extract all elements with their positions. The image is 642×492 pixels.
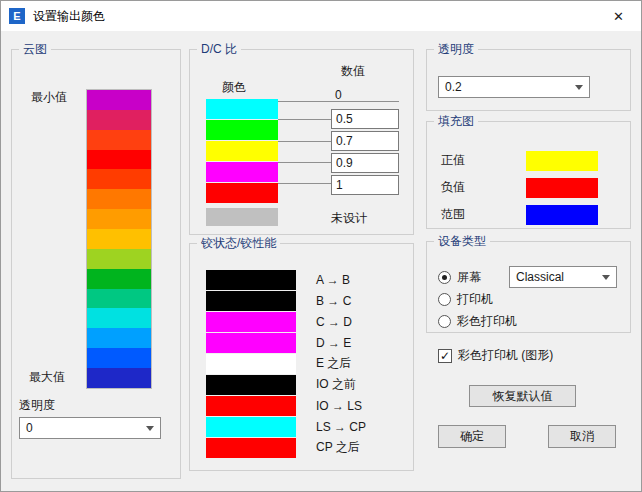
- contour-opacity-select[interactable]: 0: [19, 417, 161, 439]
- fill-row: 正值: [441, 147, 598, 174]
- dc-color-swatch[interactable]: [206, 120, 278, 140]
- dc-value-input[interactable]: 0.7: [331, 131, 399, 151]
- window-title: 设置输出颜色: [33, 8, 105, 25]
- cancel-button[interactable]: 取消: [548, 425, 616, 448]
- contour-color-segment: [87, 189, 151, 209]
- device-option[interactable]: 屏幕: [438, 266, 517, 288]
- connector-line: [278, 183, 331, 184]
- hinge-color-swatch[interactable]: [206, 270, 296, 290]
- contour-min-label: 最小值: [31, 89, 67, 106]
- hinge-row: E 之后: [206, 353, 366, 374]
- dc-color-swatches: [206, 99, 278, 204]
- contour-color-segment: [87, 368, 151, 388]
- checkbox-label: 彩色打印机 (图形): [458, 347, 553, 364]
- hinge-row: A → B: [206, 269, 366, 290]
- fill-color-swatch[interactable]: [526, 151, 598, 171]
- dc-undesigned-swatch[interactable]: [206, 208, 278, 226]
- dc-color-swatch[interactable]: [206, 162, 278, 182]
- hinge-color-swatch[interactable]: [206, 396, 296, 416]
- hinge-range-label: E 之后: [316, 355, 351, 372]
- restore-defaults-button[interactable]: 恢复默认值: [469, 385, 576, 407]
- dc-value-input[interactable]: 0: [331, 86, 399, 107]
- screen-style-select[interactable]: Classical: [509, 266, 617, 288]
- radio-icon: [438, 315, 451, 328]
- hinge-color-swatch[interactable]: [206, 354, 296, 374]
- hinge-rows: A → BB → CC → DD → EE 之后IO 之前IO → LSLS →…: [206, 269, 366, 458]
- dc-undesigned-label: 未设计: [331, 210, 367, 227]
- ok-button[interactable]: 确定: [438, 425, 506, 448]
- dc-color-swatch[interactable]: [206, 141, 278, 161]
- hinge-row: IO 之前: [206, 374, 366, 395]
- contour-color-bar: [86, 89, 152, 389]
- hinge-row: B → C: [206, 290, 366, 311]
- device-option[interactable]: 打印机: [438, 288, 517, 310]
- hinge-range-label: LS → CP: [316, 420, 366, 434]
- device-option[interactable]: 彩色打印机: [438, 310, 517, 332]
- contour-opacity-value: 0: [26, 421, 33, 435]
- contour-color-segment: [87, 328, 151, 348]
- hinge-row: IO → LS: [206, 395, 366, 416]
- device-option-label: 彩色打印机: [457, 313, 517, 330]
- dc-ratio-group-title: D/C 比: [197, 42, 241, 56]
- hinge-color-swatch[interactable]: [206, 333, 296, 353]
- contour-color-segment: [87, 130, 151, 150]
- contour-color-segment: [87, 269, 151, 289]
- contour-color-segment: [87, 209, 151, 229]
- dc-color-swatch[interactable]: [206, 183, 278, 203]
- dc-value-header: 数值: [341, 63, 365, 80]
- radio-icon: [438, 293, 451, 306]
- chevron-down-icon: [602, 275, 610, 280]
- fill-color-swatch[interactable]: [526, 178, 598, 198]
- contour-color-segment: [87, 110, 151, 130]
- dc-color-swatch[interactable]: [206, 99, 278, 119]
- dc-value-input[interactable]: 0.5: [331, 109, 399, 129]
- hinge-color-swatch[interactable]: [206, 312, 296, 332]
- opacity-value: 0.2: [445, 80, 462, 94]
- contour-group-title: 云图: [19, 42, 51, 56]
- hinge-range-label: C → D: [316, 315, 352, 329]
- connector-line: [278, 101, 399, 102]
- fill-row: 负值: [441, 174, 598, 201]
- dc-color-header: 颜色: [222, 79, 246, 96]
- set-output-colors-dialog: E 设置输出颜色 ✕ 云图 D/C 比 铰状态/铰性能 透明度 填充图 设备类型…: [0, 0, 642, 492]
- color-printer-graphics-checkbox[interactable]: ✓ 彩色打印机 (图形): [438, 347, 553, 364]
- contour-color-segment: [87, 90, 151, 110]
- chevron-down-icon: [146, 426, 154, 431]
- contour-color-segment: [87, 169, 151, 189]
- contour-color-segment: [87, 150, 151, 170]
- hinge-row: LS → CP: [206, 416, 366, 437]
- hinge-color-swatch[interactable]: [206, 417, 296, 437]
- hinge-range-label: D → E: [316, 336, 351, 350]
- contour-color-segment: [87, 348, 151, 368]
- connector-line: [278, 141, 331, 142]
- connector-line: [278, 162, 331, 163]
- contour-color-segment: [87, 249, 151, 269]
- fill-rows: 正值负值范围: [441, 147, 598, 228]
- hinge-color-swatch[interactable]: [206, 291, 296, 311]
- opacity-select[interactable]: 0.2: [438, 76, 590, 98]
- app-icon: E: [9, 8, 25, 24]
- hinge-color-swatch[interactable]: [206, 375, 296, 395]
- hinge-color-swatch[interactable]: [206, 438, 296, 458]
- chevron-down-icon: [575, 85, 583, 90]
- hinge-row: C → D: [206, 311, 366, 332]
- connector-line: [278, 119, 331, 120]
- close-icon[interactable]: ✕: [596, 1, 641, 31]
- checkbox-icon: ✓: [438, 349, 452, 363]
- contour-opacity-label: 透明度: [19, 397, 55, 414]
- hinge-row: D → E: [206, 332, 366, 353]
- device-option-label: 打印机: [457, 291, 493, 308]
- fill-group-title: 填充图: [434, 114, 478, 128]
- device-group-title: 设备类型: [434, 234, 490, 248]
- fill-color-swatch[interactable]: [526, 205, 598, 225]
- contour-color-segment: [87, 289, 151, 309]
- dc-value-input[interactable]: 0.9: [331, 153, 399, 173]
- contour-color-segment: [87, 229, 151, 249]
- radio-icon: [438, 271, 451, 284]
- device-option-label: 屏幕: [457, 269, 481, 286]
- opacity-group-title: 透明度: [434, 42, 478, 56]
- hinge-range-label: CP 之后: [316, 439, 360, 456]
- dc-value-input[interactable]: 1: [331, 175, 399, 195]
- hinge-range-label: A → B: [316, 273, 350, 287]
- fill-row-label: 正值: [441, 152, 526, 169]
